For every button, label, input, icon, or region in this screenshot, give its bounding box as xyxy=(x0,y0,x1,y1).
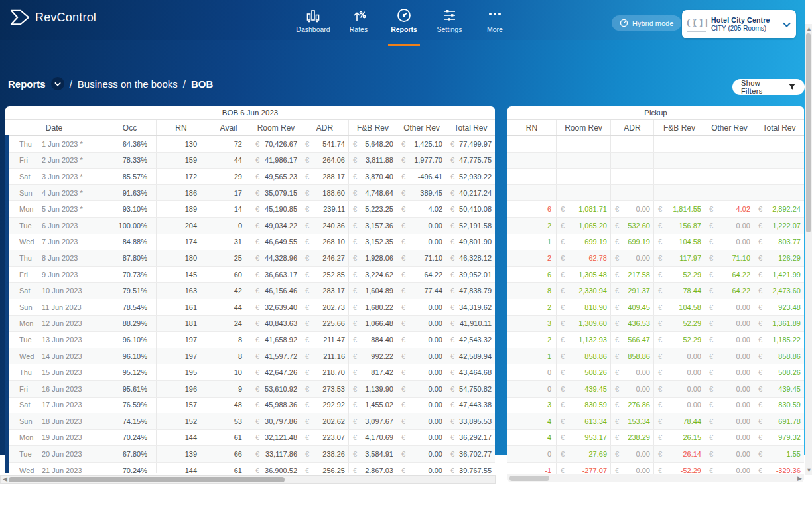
pickup-horizontal-scrollbar[interactable]: ▶ xyxy=(508,474,804,482)
cell-value: 803.77 xyxy=(778,238,801,246)
scroll-up-arrow[interactable]: ▲ xyxy=(806,25,812,33)
cell-adr: €276.86 xyxy=(610,398,653,413)
cell-value: 2,867.03 xyxy=(365,467,393,473)
currency-symbol: € xyxy=(305,140,309,148)
header-bar: RevControl Dashboard xyxy=(0,0,805,40)
cell-occ: 95.12% xyxy=(103,364,156,380)
nav-label: More xyxy=(487,25,503,33)
cell-value: 830.59 xyxy=(584,401,607,409)
currency-symbol: € xyxy=(450,303,454,311)
currency-symbol: € xyxy=(450,254,454,262)
hybrid-mode-button[interactable]: Hybrid mode xyxy=(612,15,681,31)
cell-value: 246.27 xyxy=(322,254,345,262)
cell-room-rev: €49,565.23 xyxy=(251,169,301,184)
nav-item-dashboard[interactable]: Dashboard xyxy=(295,0,332,47)
currency-symbol: € xyxy=(255,303,259,311)
cell-value: 47,838.79 xyxy=(459,287,492,295)
cell-value: 264.06 xyxy=(322,156,345,164)
nav-item-reports[interactable]: Reports xyxy=(385,0,423,47)
cell-fb-rev: €156.87 xyxy=(653,218,705,234)
cell-value: 36,292.17 xyxy=(459,433,492,441)
cell-value: 0.00 xyxy=(429,368,442,376)
breadcrumb-bar: Reports / Business on the books / BOB Sh… xyxy=(0,60,805,106)
bob-table-card: BOB 6 Jun 2023 DateOccRNAvailRoom RevADR… xyxy=(5,106,495,473)
cell-fb-rev: €0.00 xyxy=(653,381,705,397)
cell-other-rev: €0.00 xyxy=(397,218,446,234)
currency-symbol: € xyxy=(353,303,357,311)
currency-symbol: € xyxy=(401,433,405,441)
cell-value: 0.00 xyxy=(636,385,650,393)
cell-date: Thu15 Jun 2023 xyxy=(5,364,103,380)
pickup-table-card: Pickup RNRoom RevADRF&B RevOther RevTota… xyxy=(508,106,804,482)
nav-label: Reports xyxy=(391,25,417,33)
cell-fb-rev: €1,604.89 xyxy=(348,283,397,299)
currency-symbol: € xyxy=(758,271,762,279)
currency-symbol: € xyxy=(401,156,405,164)
currency-symbol: € xyxy=(709,336,713,344)
hybrid-mode-label: Hybrid mode xyxy=(632,19,673,27)
cell-value: 1,814.55 xyxy=(673,205,701,213)
ellipsis-icon xyxy=(487,7,503,23)
cell-value: 52.29 xyxy=(683,271,701,279)
cell-value: 613.34 xyxy=(584,417,607,425)
cell-avail: 42 xyxy=(206,283,251,299)
cell-value: 532.60 xyxy=(628,222,650,230)
currency-symbol: € xyxy=(709,254,713,262)
cell-value: 34,319.62 xyxy=(459,303,492,311)
currency-symbol: € xyxy=(709,433,713,441)
nav-item-more[interactable]: More xyxy=(476,0,513,47)
cell-value: 830.59 xyxy=(778,401,801,409)
cell-rn: 4 xyxy=(508,413,556,429)
cell-adr: €436.53 xyxy=(610,316,653,332)
cell-value: 240.36 xyxy=(322,222,345,230)
currency-symbol: € xyxy=(450,287,454,295)
cell-value: 288.17 xyxy=(322,173,345,181)
bob-horizontal-scrollbar[interactable]: ◀ xyxy=(0,475,496,484)
currency-symbol: € xyxy=(658,433,662,441)
nav-item-rates[interactable]: Rates xyxy=(340,0,377,47)
bob-table-row: Sun18 Jun 202374.15%15253€30,797.86€202.… xyxy=(5,413,495,430)
scrollbar-thumb[interactable] xyxy=(9,477,285,482)
cell-value: 0.00 xyxy=(429,303,442,311)
nav-item-settings[interactable]: Settings xyxy=(431,0,468,47)
scrollbar-thumb[interactable] xyxy=(806,33,811,232)
currency-symbol: € xyxy=(709,303,713,311)
cell-date: Sun11 Jun 2023 xyxy=(5,299,103,315)
cell-fb-rev: €3,584.91 xyxy=(348,446,397,462)
cell-day: Mon xyxy=(19,319,42,327)
currency-symbol: € xyxy=(353,417,357,425)
cell-occ: 96.10% xyxy=(103,348,156,364)
scroll-right-arrow[interactable]: ▶ xyxy=(797,475,802,482)
currency-symbol: € xyxy=(450,336,454,344)
currency-symbol: € xyxy=(401,303,405,311)
pickup-table-row: 8€2,330.94€291.37€78.44€64.22€2,473.60 xyxy=(508,283,804,299)
currency-symbol: € xyxy=(305,433,309,441)
cell-date: Fri9 Jun 2023 xyxy=(5,267,103,283)
cell-fb-rev: €26.15 xyxy=(653,430,705,446)
breadcrumb-dropdown[interactable] xyxy=(51,77,64,90)
hotel-selector[interactable]: CCH Hotel City Centre CITY (205 Rooms) xyxy=(682,10,796,38)
scrollbar-thumb[interactable] xyxy=(509,476,549,481)
page-vertical-scrollbar[interactable]: ▲ ▼ xyxy=(805,24,812,475)
currency-symbol: € xyxy=(758,303,762,311)
hybrid-gauge-icon xyxy=(620,19,628,27)
currency-symbol: € xyxy=(353,140,357,148)
cell-value: 46,328.12 xyxy=(459,254,492,262)
cell-value: 0.00 xyxy=(736,433,750,441)
show-filters-button[interactable]: Show Filters xyxy=(732,79,805,95)
cell-avail: 8 xyxy=(206,332,251,348)
page: RevControl Dashboard xyxy=(0,0,812,507)
currency-symbol: € xyxy=(758,385,762,393)
scroll-down-arrow[interactable]: ▼ xyxy=(806,467,812,474)
breadcrumb-root[interactable]: Reports xyxy=(8,78,46,90)
cell-rn: 8 xyxy=(508,283,556,299)
pickup-table-row: 0€508.26€0.00€0.00€0.00€508.26 xyxy=(508,364,804,381)
bob-table-title: BOB 6 Jun 2023 xyxy=(5,106,495,120)
column-header: ADR xyxy=(301,120,348,135)
breadcrumb-section[interactable]: Business on the books xyxy=(78,78,178,90)
currency-symbol: € xyxy=(561,238,565,246)
currency-symbol: € xyxy=(758,352,762,360)
cell-value: 211.47 xyxy=(323,336,345,344)
scroll-left-arrow[interactable]: ◀ xyxy=(3,476,7,483)
currency-symbol: € xyxy=(353,173,357,181)
